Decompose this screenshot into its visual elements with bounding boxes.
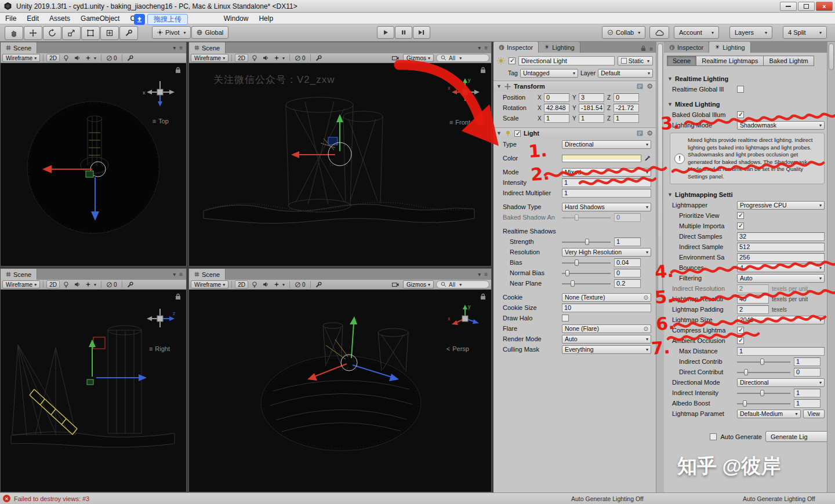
- rotate-tool-button[interactable]: [43, 26, 61, 40]
- 2d-toggle[interactable]: 2D: [235, 54, 248, 62]
- tab-dropdown-icon[interactable]: ▾: [173, 45, 176, 51]
- gizmos-dropdown[interactable]: Gizmos▾: [403, 280, 434, 288]
- lighting-toggle-icon[interactable]: [250, 54, 259, 62]
- audio-toggle-icon[interactable]: [72, 54, 82, 62]
- tab-dropdown-icon[interactable]: ▾: [173, 271, 176, 277]
- step-button[interactable]: [413, 26, 430, 39]
- tab-inspector[interactable]: i Inspector: [493, 42, 539, 53]
- scale-z-field[interactable]: 1: [613, 114, 639, 123]
- effects-dropdown-icon[interactable]: ▾: [272, 280, 286, 288]
- scene-search-input[interactable]: All▾: [436, 280, 489, 288]
- viewport-top[interactable]: x ≡Top: [1, 63, 186, 266]
- lighting-toggle-icon[interactable]: [250, 280, 259, 288]
- panel-menu-icon[interactable]: ≡: [649, 46, 653, 52]
- generate-lighting-button[interactable]: Generate Lig: [765, 431, 835, 442]
- view-orientation-label[interactable]: ≡Top: [153, 118, 169, 125]
- baked-shadow-an-slider[interactable]: [562, 214, 611, 221]
- section-realtime-lighting[interactable]: ▼Realtime Lighting: [664, 74, 835, 83]
- tab-lighting[interactable]: ☀ Lighting: [709, 42, 750, 53]
- lightmapper-dropdown[interactable]: Progressive CPU▾: [737, 201, 825, 210]
- eyedropper-icon[interactable]: [644, 155, 651, 162]
- baked-shadow-an-field[interactable]: 0: [614, 213, 641, 222]
- color-swatch[interactable]: [562, 155, 641, 162]
- directional-mode-dropdown[interactable]: Directional▾: [737, 378, 825, 387]
- compress-lightma-checkbox[interactable]: [737, 327, 744, 334]
- component-tools-icon[interactable]: [314, 54, 324, 62]
- orientation-gizmo[interactable]: y x: [447, 301, 483, 337]
- inspector-scrollbar[interactable]: [656, 42, 664, 492]
- audio-toggle-icon[interactable]: [72, 280, 82, 288]
- lock-icon[interactable]: [175, 293, 181, 301]
- camera-preview-icon[interactable]: [390, 280, 401, 288]
- 2d-toggle[interactable]: 2D: [46, 54, 60, 62]
- subtab-baked-lightmaps[interactable]: Baked Lightm: [763, 56, 814, 66]
- gameobject-enabled-checkbox[interactable]: [509, 57, 515, 64]
- render-mode-dropdown[interactable]: Auto▾: [562, 335, 651, 344]
- hidden-objects-toggle[interactable]: 0: [104, 280, 119, 288]
- scene-tab[interactable]: Scene: [189, 269, 226, 280]
- 2d-toggle[interactable]: 2D: [46, 280, 60, 288]
- indirect-contrib-field[interactable]: 1: [794, 357, 821, 366]
- component-tools-icon[interactable]: [125, 280, 135, 288]
- 2d-toggle[interactable]: 2D: [235, 280, 248, 288]
- albedo-boost-field[interactable]: 1: [794, 399, 821, 408]
- lightmap-padding-field[interactable]: 2: [737, 305, 769, 314]
- indirect-resolution-field[interactable]: 2: [737, 284, 769, 293]
- orientation-gizmo[interactable]: z: [142, 301, 178, 337]
- draw-halo-checkbox[interactable]: [562, 315, 569, 322]
- viewport-persp[interactable]: y x <Persp: [189, 290, 491, 492]
- gizmos-dropdown[interactable]: Gizmos▾: [403, 54, 434, 62]
- overlay-upload-button[interactable]: 拖搜上传: [147, 14, 188, 25]
- foldout-icon[interactable]: ▼: [496, 130, 502, 136]
- culling-mask-dropdown[interactable]: Everything▾: [562, 345, 651, 354]
- scene-search-input[interactable]: All▾: [436, 54, 489, 62]
- account-dropdown[interactable]: Account▾: [674, 26, 719, 39]
- direct-samples-field[interactable]: 32: [737, 232, 825, 241]
- near-plane-slider[interactable]: [562, 280, 611, 287]
- lock-icon[interactable]: [480, 293, 486, 301]
- component-tools-icon[interactable]: [125, 54, 135, 62]
- direct-contribut-field[interactable]: 0: [794, 368, 821, 377]
- shadow-type-dropdown[interactable]: Hard Shadows▾: [562, 203, 651, 211]
- lightmap-size-dropdown[interactable]: 2048▾: [737, 316, 825, 324]
- layout-dropdown[interactable]: 4 Split▾: [783, 26, 827, 39]
- gameobject-name-field[interactable]: Directional Light: [518, 56, 615, 65]
- global-toggle-button[interactable]: Global: [191, 26, 228, 39]
- foldout-icon[interactable]: ▼: [496, 83, 502, 89]
- multiple-importa-checkbox[interactable]: [737, 222, 744, 229]
- menu-edit[interactable]: Edit: [21, 13, 44, 24]
- menu-file[interactable]: File: [0, 13, 21, 24]
- collab-button[interactable]: Collab▾: [602, 26, 645, 39]
- lighting-mode-dropdown[interactable]: Shadowmask▾: [737, 121, 825, 130]
- indirect-multiplier-field[interactable]: 1: [562, 189, 651, 198]
- auto-generate-checkbox[interactable]: [710, 433, 717, 440]
- environment-sa-field[interactable]: 256: [737, 253, 825, 262]
- custom-tool-button[interactable]: [119, 26, 138, 40]
- tab-inspector[interactable]: i Inspector: [664, 42, 709, 53]
- audio-toggle-icon[interactable]: [261, 280, 270, 288]
- tab-lighting[interactable]: ☀ Lighting: [539, 42, 580, 53]
- filtering-dropdown[interactable]: Auto▾: [737, 274, 825, 283]
- scale-tool-button[interactable]: [62, 26, 81, 40]
- scene-tab[interactable]: Scene: [1, 42, 37, 53]
- transform-component-header[interactable]: ▼ Transform ⚙: [493, 81, 656, 92]
- prioritize-view-checkbox[interactable]: [737, 212, 744, 219]
- tab-menu-icon[interactable]: ≡: [179, 271, 183, 277]
- position-z-field[interactable]: 0: [613, 93, 639, 102]
- pivot-toggle-button[interactable]: Pivot▾: [152, 26, 191, 39]
- viewport-right[interactable]: z ≡Right: [1, 290, 186, 492]
- pause-button[interactable]: [395, 26, 412, 39]
- status-error-text[interactable]: Failed to destroy views: #3: [14, 495, 89, 502]
- static-dropdown[interactable]: Static▾: [618, 56, 653, 65]
- tab-menu-icon[interactable]: ≡: [484, 45, 488, 51]
- normal-bias-field[interactable]: 0: [614, 269, 641, 277]
- help-icon[interactable]: [637, 130, 643, 136]
- gear-icon[interactable]: ⚙: [647, 82, 653, 90]
- rotation-y-field[interactable]: -181.54: [579, 104, 604, 112]
- lighting-toggle-icon[interactable]: [61, 54, 71, 62]
- viewport-front[interactable]: y x ≡Front: [189, 63, 491, 266]
- strength-field[interactable]: 1: [614, 238, 641, 246]
- subtab-scene[interactable]: Scene: [667, 56, 696, 66]
- shading-mode-dropdown[interactable]: Wireframe▾: [2, 280, 40, 288]
- scene-tab[interactable]: Scene: [1, 269, 37, 280]
